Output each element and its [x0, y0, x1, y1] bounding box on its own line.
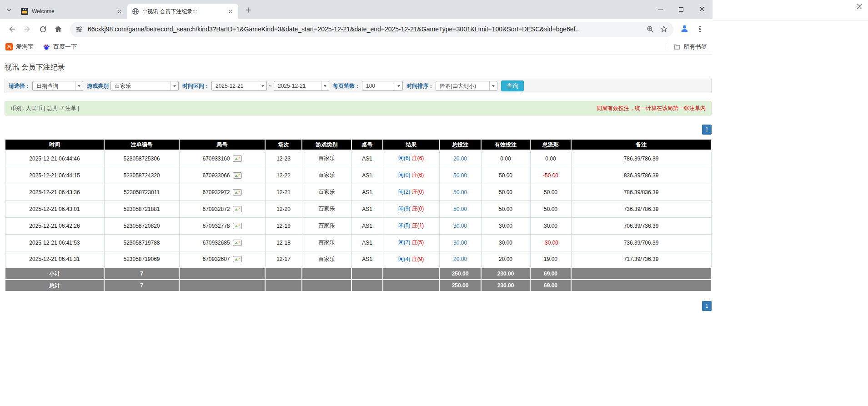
search-button[interactable]: 查询 — [501, 80, 524, 91]
cell-round-id: 670932778 — [179, 217, 265, 234]
page-size-select[interactable]: 100 — [362, 81, 403, 91]
pagination-bottom: 1 — [5, 301, 712, 311]
new-tab-button[interactable] — [242, 5, 255, 17]
bookmark-label: 百度一下 — [53, 43, 77, 51]
cell-bet-id: 523058720820 — [104, 217, 179, 234]
cell-note: 836.39/786.39 — [571, 167, 711, 184]
round-id-text: 670932872 — [202, 206, 230, 212]
table-row: 2025-12-21 06:43:01 523058721881 6709328… — [5, 200, 711, 217]
window-close-button[interactable] — [692, 0, 712, 19]
forward-button[interactable] — [20, 22, 35, 36]
cell-total-bet[interactable]: 50.00 — [439, 200, 481, 217]
replay-icon[interactable] — [233, 172, 242, 179]
chevron-down-icon — [259, 81, 266, 90]
date-start-value: 2025-12-21 — [212, 83, 259, 89]
refresh-button[interactable] — [35, 22, 50, 36]
cell-result: 闲(4) 庄(9) — [383, 251, 439, 268]
query-type-select[interactable]: 日期查询 — [32, 81, 83, 91]
address-bar[interactable]: 66cxkj98.com/game/betrecord_search/kind3… — [70, 22, 673, 37]
zoom-icon[interactable] — [646, 25, 654, 33]
chevron-down-icon — [5, 6, 13, 15]
tab-close-icon[interactable] — [226, 7, 235, 15]
pagination-top: 1 — [5, 125, 712, 135]
sort-select[interactable]: 降幂(由大到小) — [436, 81, 497, 91]
total-count: 7 — [104, 280, 179, 291]
tab-close-icon[interactable] — [115, 7, 124, 15]
cell-total-bet[interactable]: 50.00 — [439, 184, 481, 200]
screen: Welcome :::视讯 会员下注纪录::: — [0, 0, 868, 406]
cell-total-bet[interactable]: 20.00 — [439, 251, 481, 268]
tab-strip: Welcome :::视讯 会员下注纪录::: — [0, 0, 712, 19]
cell-session: 12-18 — [265, 234, 302, 251]
tab-search-button[interactable] — [3, 5, 15, 17]
game-type-select[interactable]: 百家乐 — [110, 81, 179, 91]
cell-result: 闲(7) 庄(5) — [383, 234, 439, 251]
back-button[interactable] — [5, 22, 19, 36]
query-type-value: 日期查询 — [33, 82, 75, 90]
result-player: 闲(6) — [398, 155, 411, 161]
bookmark-taobao[interactable]: 淘 爱淘宝 — [5, 43, 34, 51]
all-bookmarks-button[interactable]: 所有书签 — [673, 43, 707, 51]
replay-icon[interactable] — [233, 189, 242, 195]
round-id-text: 670932685 — [202, 240, 230, 246]
cell-total-bet[interactable]: 50.00 — [439, 167, 481, 184]
cell-result: 闲(9) 庄(0) — [383, 200, 439, 217]
bookmark-star-icon[interactable] — [660, 25, 668, 33]
replay-icon[interactable] — [233, 223, 242, 229]
chevron-down-icon — [489, 81, 497, 90]
subtotal-valid-bet: 230.00 — [481, 268, 530, 280]
browser-window: Welcome :::视讯 会员下注纪录::: — [0, 0, 712, 315]
tab-bet-records[interactable]: :::视讯 会员下注纪录::: — [127, 4, 238, 19]
cell-total-bet[interactable]: 20.00 — [439, 150, 481, 167]
cell-time: 2025-12-21 06:41:31 — [5, 251, 104, 268]
replay-icon[interactable] — [233, 240, 242, 246]
result-player: 闲(2) — [398, 189, 411, 195]
background-window-close-icon[interactable] — [857, 3, 863, 11]
cell-time: 2025-12-21 06:43:36 — [5, 184, 104, 200]
bookmark-baidu[interactable]: 百度一下 — [43, 43, 77, 51]
table-header-row: 时间 注单编号 局号 场次 游戏类别 桌号 结果 总投注 有效投注 总派彩 备注 — [5, 139, 711, 150]
window-maximize-button[interactable] — [671, 0, 692, 19]
cell-session: 12-17 — [265, 251, 302, 268]
result-banker: 庄(0) — [412, 189, 424, 195]
cell-round-id: 670932607 — [179, 251, 265, 268]
query-type-label: 请选择： — [9, 82, 30, 90]
date-start-select[interactable]: 2025-12-21 — [211, 81, 267, 91]
cell-game-type: 百家乐 — [302, 184, 351, 200]
total-payout: 69.00 — [530, 280, 571, 291]
cell-total-bet[interactable]: 30.00 — [439, 217, 481, 234]
replay-icon[interactable] — [233, 155, 242, 162]
cell-total-bet[interactable]: 30.00 — [439, 234, 481, 251]
sort-value: 降幂(由大到小) — [436, 82, 489, 90]
cell-table-no: AS1 — [351, 234, 383, 251]
round-id-text: 670933066 — [202, 172, 230, 179]
result-player: 闲(4) — [398, 256, 411, 262]
page-1-button[interactable]: 1 — [702, 125, 712, 135]
header-game-type: 游戏类别 — [302, 139, 351, 150]
cell-note: 736.39/706.39 — [571, 234, 711, 251]
cell-payout: 50.00 — [530, 200, 571, 217]
cell-session: 12-21 — [265, 184, 302, 200]
header-total-bet: 总投注 — [439, 139, 481, 150]
page-size-label: 每页笔数： — [333, 82, 360, 90]
cell-session: 12-19 — [265, 217, 302, 234]
tab-welcome[interactable]: Welcome — [16, 4, 127, 19]
subtotal-count: 7 — [104, 268, 179, 280]
site-settings-icon[interactable] — [75, 25, 83, 33]
cell-valid-bet: 20.00 — [481, 251, 530, 268]
cell-note: 736.39/786.39 — [571, 200, 711, 217]
window-minimize-button[interactable] — [650, 0, 671, 19]
cell-note: 786.39/836.39 — [571, 184, 711, 200]
date-end-select[interactable]: 2025-12-21 — [274, 81, 329, 91]
page-1-button[interactable]: 1 — [702, 301, 712, 311]
date-end-value: 2025-12-21 — [274, 83, 321, 89]
profile-button[interactable] — [677, 22, 692, 36]
table-row: 2025-12-21 06:41:31 523058719069 6709326… — [5, 251, 711, 268]
browser-menu-button[interactable] — [692, 22, 707, 36]
cell-payout: 50.00 — [530, 184, 571, 200]
home-button[interactable] — [51, 22, 65, 36]
replay-icon[interactable] — [233, 206, 242, 212]
cell-result: 闲(5) 庄(1) — [383, 217, 439, 234]
page-title: 视讯 会员下注纪录 — [5, 63, 712, 72]
replay-icon[interactable] — [233, 256, 242, 262]
